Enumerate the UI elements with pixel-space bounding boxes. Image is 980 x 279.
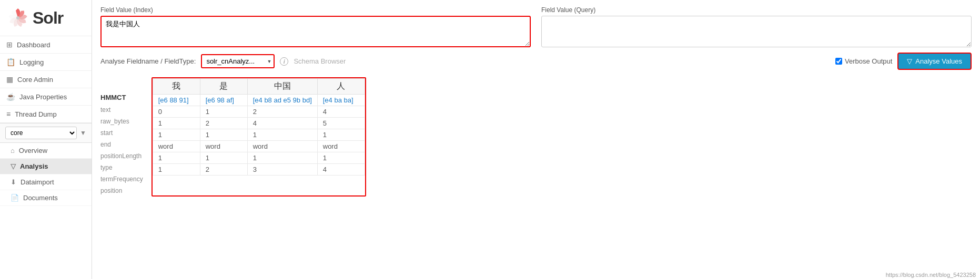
- sidebar-item-thread-dump[interactable]: ≡ Thread Dump: [0, 106, 92, 123]
- overview-label: Overview: [19, 147, 47, 154]
- row-label-raw-bytes: raw_bytes: [100, 116, 143, 127]
- sidebar-item-documents[interactable]: 📄 Documents: [0, 190, 92, 206]
- table-cell: word: [317, 141, 365, 152]
- table-cell: 3: [247, 164, 317, 175]
- table-cell: 4: [317, 106, 365, 118]
- core-admin-icon: ▦: [6, 75, 13, 84]
- svg-point-0: [16, 16, 19, 19]
- table-row: 1245: [153, 118, 365, 129]
- overview-icon: ⌂: [11, 147, 15, 154]
- col-header-人: 人: [317, 79, 365, 95]
- sidebar-item-analysis[interactable]: ▽ Analysis: [0, 159, 92, 174]
- verbose-checkbox[interactable]: [835, 58, 842, 65]
- table-cell: [e4 ba ba]: [317, 95, 365, 106]
- dashboard-label: Dashboard: [17, 41, 50, 49]
- row-label-text: text: [100, 104, 143, 116]
- table-cell: 1: [153, 164, 200, 175]
- row-label-type: type: [100, 162, 143, 173]
- field-index-label: Field Value (Index): [100, 6, 531, 14]
- table-cell: 1: [247, 129, 317, 141]
- table-cell: 1: [317, 152, 365, 164]
- solr-logo-icon: [5, 5, 31, 30]
- analyse-fieldname-label: Analyse Fieldname / FieldType:: [100, 57, 196, 65]
- row-label-term-frequency: termFrequency: [100, 173, 143, 185]
- token-table-wrapper: 我是中国人 [e6 88 91][e6 98 af][e4 b8 ad e5 9…: [151, 77, 366, 197]
- results-area: HMMCT text raw_bytes start end positionL…: [100, 77, 972, 197]
- core-dropdown-icon: ▼: [80, 129, 86, 137]
- table-row: 1111: [153, 129, 365, 141]
- field-index-textarea[interactable]: 我是中国人: [100, 16, 531, 47]
- table-row: wordwordwordword: [153, 141, 365, 152]
- table-cell: word: [153, 141, 200, 152]
- field-name-header: HMMCT: [100, 92, 143, 103]
- schema-browser-link[interactable]: Schema Browser: [294, 57, 346, 65]
- sidebar-item-dataimport[interactable]: ⬇ Dataimport: [0, 174, 92, 190]
- main-content: Field Value (Index) 我是中国人 Field Value (Q…: [92, 0, 980, 279]
- analysis-icon: ▽: [11, 162, 16, 170]
- table-cell: 4: [247, 118, 317, 129]
- table-cell: 1: [317, 129, 365, 141]
- logo-area: Solr: [0, 0, 92, 36]
- sidebar-item-logging[interactable]: 📋 Logging: [0, 54, 92, 71]
- url-bar: https://blog.csdn.net/blog_5423258: [882, 271, 980, 279]
- logo-text: Solr: [33, 8, 63, 28]
- table-cell: 0: [153, 106, 200, 118]
- table-cell: 1: [200, 129, 247, 141]
- core-selector-row: core ▼: [0, 123, 92, 143]
- table-row: 1234: [153, 164, 365, 175]
- dashboard-icon: ⊞: [6, 40, 13, 49]
- thread-dump-icon: ≡: [6, 110, 11, 118]
- schema-browser-label: Schema Browser: [294, 57, 346, 65]
- sidebar-item-overview[interactable]: ⌂ Overview: [0, 143, 92, 159]
- sidebar-item-dashboard[interactable]: ⊞ Dashboard: [0, 36, 92, 54]
- core-admin-label: Core Admin: [17, 76, 53, 84]
- table-cell: word: [200, 141, 247, 152]
- analyse-btn-text: Analyse Values: [915, 57, 962, 65]
- table-cell: [e4 b8 ad e5 9b bd]: [247, 95, 317, 106]
- logging-label: Logging: [19, 58, 44, 66]
- verbose-output-label[interactable]: Verbose Output: [835, 57, 892, 65]
- table-cell: word: [247, 141, 317, 152]
- logging-icon: 📋: [6, 58, 15, 66]
- analyse-row: Analyse Fieldname / FieldType: solr_cnAn…: [100, 53, 972, 70]
- table-cell: 4: [317, 164, 365, 175]
- java-properties-icon: ☕: [6, 92, 15, 101]
- table-row: 1111: [153, 152, 365, 164]
- row-label-end: end: [100, 139, 143, 150]
- table-cell: 5: [317, 118, 365, 129]
- sidebar-item-java-properties[interactable]: ☕ Java Properties: [0, 88, 92, 106]
- table-cell: 1: [153, 118, 200, 129]
- row-label-position-length: positionLength: [100, 150, 143, 162]
- field-index-group: Field Value (Index) 我是中国人: [100, 6, 531, 47]
- dataimport-label: Dataimport: [21, 178, 54, 186]
- sidebar-item-core-admin[interactable]: ▦ Core Admin: [0, 71, 92, 88]
- field-query-group: Field Value (Query): [541, 6, 972, 47]
- documents-label: Documents: [23, 194, 58, 202]
- info-icon[interactable]: i: [280, 57, 288, 66]
- row-label-start: start: [100, 127, 143, 139]
- field-query-textarea[interactable]: [541, 16, 972, 47]
- field-values-row: Field Value (Index) 我是中国人 Field Value (Q…: [100, 6, 972, 47]
- field-query-label: Field Value (Query): [541, 6, 972, 14]
- token-table: 我是中国人 [e6 88 91][e6 98 af][e4 b8 ad e5 9…: [153, 78, 365, 175]
- sidebar: Solr ⊞ Dashboard 📋 Logging ▦ Core Admin …: [0, 0, 92, 279]
- table-cell: 2: [200, 164, 247, 175]
- fieldtype-select-wrapper: solr_cnAnalyz...: [201, 54, 275, 68]
- java-properties-label: Java Properties: [19, 93, 67, 101]
- core-select[interactable]: core: [5, 127, 77, 139]
- dataimport-icon: ⬇: [11, 178, 16, 186]
- col-header-中国: 中国: [247, 79, 317, 95]
- verbose-label-text: Verbose Output: [845, 57, 892, 65]
- table-cell: 2: [200, 118, 247, 129]
- fieldtype-select[interactable]: solr_cnAnalyz...: [201, 54, 275, 68]
- table-row: 0124: [153, 106, 365, 118]
- field-name-column: HMMCT text raw_bytes start end positionL…: [100, 77, 143, 197]
- table-row: [e6 88 91][e6 98 af][e4 b8 ad e5 9b bd][…: [153, 95, 365, 106]
- table-cell: 1: [200, 106, 247, 118]
- filter-icon: ▽: [907, 57, 912, 65]
- documents-icon: 📄: [11, 194, 19, 202]
- table-cell: 2: [247, 106, 317, 118]
- col-header-是: 是: [200, 79, 247, 95]
- analyse-values-button[interactable]: ▽ Analyse Values: [897, 53, 972, 70]
- table-cell: [e6 98 af]: [200, 95, 247, 106]
